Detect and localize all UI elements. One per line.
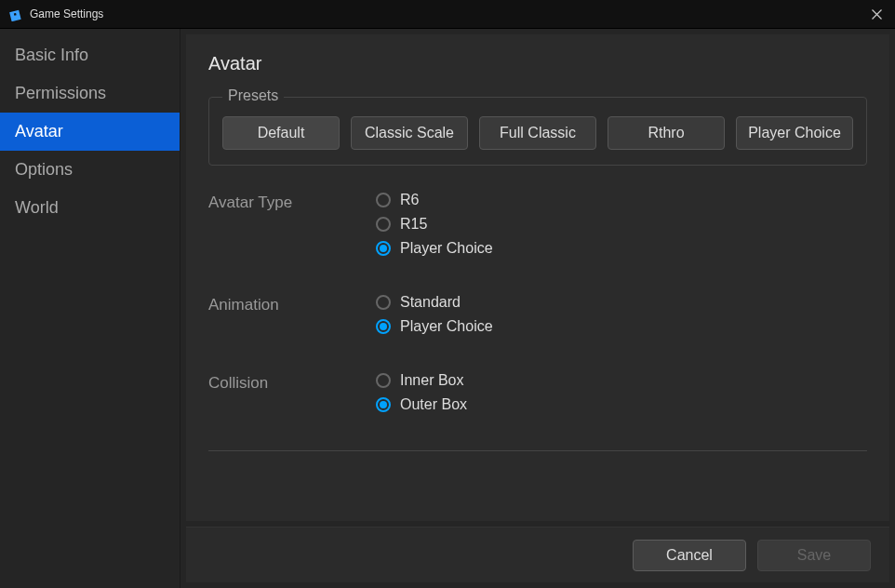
radio-player-choice[interactable]: Player Choice bbox=[376, 240, 493, 257]
sidebar-item-world[interactable]: World bbox=[0, 189, 180, 227]
radio-label: Standard bbox=[400, 294, 461, 311]
radio-icon bbox=[376, 193, 391, 207]
radio-label: Outer Box bbox=[400, 396, 467, 413]
collision-radio-group: Inner Box Outer Box bbox=[376, 372, 467, 413]
animation-label: Animation bbox=[208, 294, 376, 335]
sidebar-item-basic-info[interactable]: Basic Info bbox=[0, 36, 180, 74]
radio-label: Player Choice bbox=[400, 318, 493, 335]
radio-r6[interactable]: R6 bbox=[376, 192, 493, 208]
radio-outer-box[interactable]: Outer Box bbox=[376, 396, 467, 413]
radio-label: Player Choice bbox=[400, 240, 493, 257]
title-bar: Game Settings bbox=[0, 0, 895, 29]
radio-icon bbox=[376, 295, 391, 310]
radio-standard[interactable]: Standard bbox=[376, 294, 493, 311]
sidebar-item-permissions[interactable]: Permissions bbox=[0, 74, 180, 113]
radio-inner-box[interactable]: Inner Box bbox=[376, 372, 467, 389]
window: Game Settings Basic Info Permissions Ava… bbox=[0, 0, 895, 588]
animation-row: Animation Standard Player Choice bbox=[208, 294, 867, 335]
radio-icon bbox=[376, 397, 391, 412]
svg-rect-0 bbox=[9, 9, 21, 20]
preset-classic-scale-button[interactable]: Classic Scale bbox=[351, 116, 468, 150]
cancel-button[interactable]: Cancel bbox=[633, 540, 746, 571]
sidebar: Basic Info Permissions Avatar Options Wo… bbox=[0, 29, 180, 588]
radio-icon bbox=[376, 319, 391, 334]
radio-r15[interactable]: R15 bbox=[376, 216, 493, 233]
presets-legend: Presets bbox=[222, 87, 284, 104]
avatar-type-radio-group: R6 R15 Player Choice bbox=[376, 192, 493, 257]
radio-label: Inner Box bbox=[400, 372, 463, 389]
window-title: Game Settings bbox=[30, 7, 103, 20]
radio-label: R6 bbox=[400, 192, 419, 208]
preset-default-button[interactable]: Default bbox=[222, 116, 340, 150]
radio-animation-player-choice[interactable]: Player Choice bbox=[376, 318, 493, 335]
preset-full-classic-button[interactable]: Full Classic bbox=[479, 116, 596, 150]
preset-rthro-button[interactable]: Rthro bbox=[608, 116, 725, 150]
save-button: Save bbox=[757, 540, 871, 571]
radio-icon bbox=[376, 217, 391, 232]
preset-player-choice-button[interactable]: Player Choice bbox=[736, 116, 853, 150]
footer: Cancel Save bbox=[186, 527, 889, 582]
animation-radio-group: Standard Player Choice bbox=[376, 294, 493, 335]
avatar-type-label: Avatar Type bbox=[208, 192, 376, 257]
sidebar-item-options[interactable]: Options bbox=[0, 151, 180, 189]
main-panel: Avatar Presets Default Classic Scale Ful… bbox=[186, 34, 889, 521]
sidebar-item-avatar[interactable]: Avatar bbox=[0, 113, 180, 151]
collision-row: Collision Inner Box Outer Box bbox=[208, 372, 867, 413]
radio-label: R15 bbox=[400, 216, 427, 233]
radio-icon bbox=[376, 241, 391, 256]
app-logo-icon bbox=[7, 7, 22, 21]
collision-label: Collision bbox=[208, 372, 376, 413]
close-button[interactable] bbox=[858, 0, 895, 29]
page-title: Avatar bbox=[208, 53, 867, 74]
body: Basic Info Permissions Avatar Options Wo… bbox=[0, 29, 895, 588]
section-divider bbox=[208, 450, 867, 451]
radio-icon bbox=[376, 373, 391, 388]
presets-group: Presets Default Classic Scale Full Class… bbox=[208, 97, 867, 166]
avatar-type-row: Avatar Type R6 R15 Player Choice bbox=[208, 192, 867, 257]
